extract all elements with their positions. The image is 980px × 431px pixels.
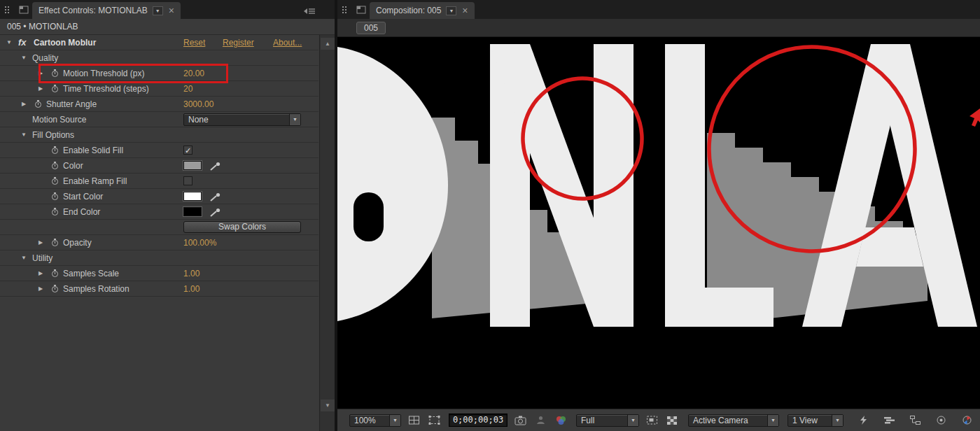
- grid-guides-icon[interactable]: [406, 414, 421, 428]
- chevron-down-icon[interactable]: ▼: [289, 114, 300, 125]
- param-value[interactable]: 20.00: [183, 66, 204, 81]
- param-row-motion-source[interactable]: Motion Source None ▼: [0, 112, 318, 127]
- solid-fill-checkbox[interactable]: ✓: [183, 146, 192, 155]
- param-row-motion-threshold[interactable]: ▶ Motion Threshold (px) 20.00: [0, 66, 318, 81]
- register-link[interactable]: Register: [223, 35, 254, 50]
- expand-triangle-icon[interactable]: ▶: [36, 81, 45, 97]
- comp-mini-tab[interactable]: 005: [356, 22, 386, 34]
- fast-previews-icon[interactable]: [855, 414, 871, 428]
- panel-menu-icon[interactable]: [303, 5, 316, 17]
- group-row-utility[interactable]: ▼ Utility: [0, 250, 318, 266]
- channels-icon[interactable]: [553, 414, 568, 428]
- param-value[interactable]: 100.00%: [183, 235, 216, 250]
- param-row-enable-ramp-fill[interactable]: Enable Ramp Fill: [0, 174, 318, 189]
- comp-toolbar-right-icons: [850, 414, 974, 428]
- scroll-down-icon[interactable]: ▼: [321, 400, 335, 411]
- stopwatch-icon[interactable]: [35, 101, 41, 108]
- stopwatch-icon[interactable]: [52, 163, 58, 169]
- tab-close-icon[interactable]: ×: [462, 6, 468, 15]
- end-color-swatch[interactable]: [183, 207, 202, 216]
- stopwatch-icon[interactable]: [52, 86, 58, 92]
- stopwatch-icon[interactable]: [52, 148, 58, 154]
- adjust-exposure-icon[interactable]: [959, 414, 974, 428]
- collapse-triangle-icon[interactable]: ▼: [5, 35, 13, 50]
- flowchart-icon[interactable]: [907, 414, 923, 428]
- expand-triangle-icon[interactable]: ▶: [36, 266, 45, 281]
- camera-view-dropdown[interactable]: Active Camera ▼: [688, 414, 779, 427]
- collapse-triangle-icon[interactable]: ▼: [20, 127, 28, 143]
- param-row-enable-solid-fill[interactable]: Enable Solid Fill ✓: [0, 143, 318, 158]
- chevron-down-icon[interactable]: ▼: [832, 415, 843, 426]
- scroll-up-icon[interactable]: ▲: [321, 38, 335, 50]
- param-row-start-color[interactable]: Start Color: [0, 189, 318, 204]
- param-label: Enable Solid Fill: [63, 143, 123, 158]
- group-row-quality[interactable]: ▼ Quality: [0, 50, 318, 66]
- panel-grip-icon[interactable]: [340, 3, 352, 16]
- param-value[interactable]: 3000.00: [183, 97, 214, 112]
- group-row-fill-options[interactable]: ▼ Fill Options: [0, 127, 318, 143]
- magnification-dropdown[interactable]: 100% ▼: [349, 414, 401, 427]
- tab-dropdown-icon[interactable]: ▼: [446, 6, 456, 15]
- effect-header-row[interactable]: ▼ fx Cartoon Moblur Reset Register About…: [0, 35, 318, 50]
- stopwatch-icon[interactable]: [52, 286, 58, 292]
- stopwatch-icon[interactable]: [52, 240, 58, 246]
- eyedropper-icon[interactable]: [209, 192, 225, 202]
- swap-colors-button[interactable]: Swap Colors: [183, 221, 301, 233]
- resolution-dropdown[interactable]: Full ▼: [576, 414, 639, 427]
- expand-triangle-icon[interactable]: ▶: [20, 97, 28, 112]
- param-row-shutter-angle[interactable]: ▶ Shutter Angle 3000.00: [0, 97, 318, 112]
- show-snapshot-icon[interactable]: [533, 414, 548, 428]
- chevron-down-icon[interactable]: ▼: [627, 415, 638, 426]
- snapshot-camera-icon[interactable]: [512, 414, 528, 428]
- stopwatch-icon[interactable]: [52, 209, 58, 216]
- param-row-color[interactable]: Color: [0, 158, 318, 174]
- mask-visibility-icon[interactable]: [426, 414, 442, 428]
- reset-exposure-icon[interactable]: [933, 414, 948, 428]
- about-link[interactable]: About...: [273, 35, 302, 50]
- stopwatch-icon[interactable]: [52, 271, 58, 277]
- scrollbar[interactable]: ▲ ▼: [319, 35, 335, 431]
- param-label: Color: [63, 158, 83, 174]
- param-row-end-color[interactable]: End Color: [0, 204, 318, 220]
- zoom-value: 100%: [350, 415, 389, 426]
- tab-composition[interactable]: Composition: 005 ▼ ×: [370, 2, 475, 19]
- expand-triangle-icon[interactable]: ▶: [36, 235, 45, 250]
- stopwatch-icon[interactable]: [52, 178, 58, 185]
- param-value[interactable]: 20: [183, 81, 192, 97]
- chevron-down-icon[interactable]: ▼: [767, 415, 778, 426]
- param-value[interactable]: 1.00: [183, 266, 200, 281]
- stopwatch-icon[interactable]: [52, 194, 58, 200]
- color-swatch[interactable]: [183, 161, 202, 170]
- tab-dropdown-icon[interactable]: ▼: [153, 6, 163, 15]
- reset-link[interactable]: Reset: [183, 35, 205, 50]
- letter-a-crossbar: [856, 227, 923, 267]
- panel-frame-icon[interactable]: [18, 3, 30, 16]
- timeline-button-icon[interactable]: [881, 414, 897, 428]
- view-layout-dropdown[interactable]: 1 View ▼: [788, 414, 844, 427]
- tab-close-icon[interactable]: ×: [169, 6, 174, 15]
- chevron-down-icon[interactable]: ▼: [389, 415, 400, 426]
- expand-triangle-icon[interactable]: ▶: [36, 281, 45, 297]
- motion-source-dropdown[interactable]: None ▼: [183, 113, 301, 126]
- composition-viewport[interactable]: ONLA: [337, 37, 980, 409]
- ramp-fill-checkbox[interactable]: [183, 176, 192, 185]
- panel-frame-icon[interactable]: [355, 3, 368, 16]
- tab-effect-controls[interactable]: Effect Controls: MOTIONLAB ▼ ×: [32, 2, 181, 19]
- param-row-samples-scale[interactable]: ▶ Samples Scale 1.00: [0, 266, 318, 281]
- panel-grip-icon[interactable]: [2, 3, 15, 16]
- start-color-swatch[interactable]: [183, 192, 202, 201]
- collapse-triangle-icon[interactable]: ▼: [20, 250, 28, 266]
- fx-badge-icon: fx: [18, 35, 27, 50]
- stopwatch-icon[interactable]: [52, 71, 58, 77]
- eyedropper-icon[interactable]: [209, 207, 225, 217]
- param-value[interactable]: 1.00: [183, 281, 200, 297]
- region-of-interest-icon[interactable]: [644, 414, 659, 428]
- param-row-time-threshold[interactable]: ▶ Time Threshold (steps) 20: [0, 81, 318, 97]
- timecode-display[interactable]: 0;00;00;03: [449, 414, 507, 427]
- collapse-triangle-icon[interactable]: ▼: [20, 50, 28, 66]
- eyedropper-icon[interactable]: [209, 161, 225, 171]
- param-row-samples-rotation[interactable]: ▶ Samples Rotation 1.00: [0, 281, 318, 297]
- transparency-grid-icon[interactable]: [664, 414, 680, 428]
- param-row-opacity[interactable]: ▶ Opacity 100.00%: [0, 235, 318, 250]
- expand-triangle-icon[interactable]: ▶: [36, 66, 45, 81]
